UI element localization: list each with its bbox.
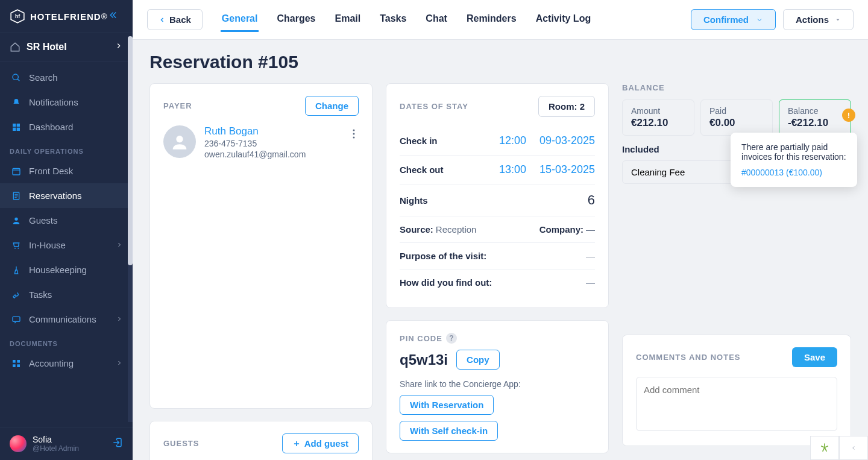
nav-notifications[interactable]: Notifications [0,90,133,115]
logo-row: hf HOTELFRIEND® [0,0,133,33]
sidebar-scrollbar[interactable] [128,36,133,265]
svg-rect-12 [13,317,20,321]
nav-in-house[interactable]: In-House [0,233,133,257]
tab-chat[interactable]: Chat [424,7,448,32]
svg-point-18 [353,130,355,131]
bell-icon [10,98,23,107]
save-comment-button[interactable]: Save [792,347,837,367]
svg-point-17 [176,136,183,142]
tab-charges[interactable]: Charges [275,7,316,32]
wrench-icon [10,290,23,300]
user-role: @Hotel Admin [33,444,79,453]
widget-collapse[interactable] [839,436,868,460]
with-self-checkin-button[interactable]: With Self check-in [400,421,498,441]
svg-point-20 [353,137,355,139]
calendar-icon [10,166,23,176]
svg-point-19 [353,133,355,135]
hotel-selector[interactable]: SR Hotel [0,33,133,61]
nav-tasks[interactable]: Tasks [0,282,133,307]
svg-rect-13 [13,360,16,363]
comments-label: COMMENTS AND NOTES [636,353,741,362]
add-guest-button[interactable]: Add guest [282,433,359,453]
with-reservation-button[interactable]: With Reservation [400,395,494,415]
nav-guests[interactable]: Guests [0,208,133,233]
svg-point-10 [14,247,16,248]
chevron-right-icon [116,240,123,250]
findout-row: How did you find out: — [400,269,595,295]
checkout-row: Check out 13:00 15-03-2025 [400,156,595,184]
nav-section-top: Search Notifications Dashboard DAILY OPE… [0,61,133,379]
tabs: General Charges Email Tasks Chat Reminde… [221,7,592,32]
logo-icon: hf [10,8,25,24]
nav-search[interactable]: Search [0,65,133,90]
chevron-right-icon [116,314,123,324]
comment-textarea[interactable] [636,377,837,431]
guests-label: GUESTS [163,439,199,448]
status-dropdown[interactable]: Confirmed [691,9,776,30]
svg-text:hf: hf [15,13,20,19]
guests-card: GUESTS Add guest [149,421,373,460]
copy-pin-button[interactable]: Copy [456,350,500,370]
tab-activity-log[interactable]: Activity Log [535,7,593,32]
warning-icon[interactable]: ! [842,109,855,122]
dates-card: DATES OF STAY Room: 2 Check in 12:00 09-… [386,83,609,308]
pin-help-icon[interactable]: ? [446,333,457,344]
bottom-widgets [810,436,868,460]
source-row: Source:Reception Company:— [400,216,595,243]
cart-icon [10,241,23,250]
nav-accounting[interactable]: Accounting [0,351,133,376]
dashboard-icon [10,122,23,132]
signout-icon[interactable] [112,437,123,450]
widget-1[interactable] [810,436,839,460]
checkin-date[interactable]: 09-03-2025 [539,134,595,147]
payer-email: owen.zulauf41@gmail.com [204,150,306,159]
change-payer-button[interactable]: Change [305,96,359,116]
invoice-tooltip: There are partially paid invoices for th… [731,133,857,187]
back-button[interactable]: Back [147,9,203,30]
checkout-date[interactable]: 15-03-2025 [539,163,595,176]
chevron-right-icon [116,358,123,368]
user-icon [10,216,23,225]
comments-card: COMMENTS AND NOTES Save [622,335,851,446]
balance-box: Balance -€212.10 ! [779,99,851,136]
tab-tasks[interactable]: Tasks [379,7,407,32]
room-selector[interactable]: Room: 2 [538,96,595,117]
checkout-time[interactable]: 13:00 [499,163,526,176]
svg-point-9 [14,217,17,220]
accounting-icon [10,359,23,368]
user-row[interactable]: Sofia @Hotel Admin [0,427,133,460]
svg-rect-3 [13,124,16,127]
tab-general[interactable]: General [221,7,259,32]
svg-rect-6 [17,127,20,130]
payer-name-link[interactable]: Ruth Bogan [204,125,306,137]
plus-icon [292,440,301,448]
payer-phone: 236-475-7135 [204,139,306,148]
nav-dashboard[interactable]: Dashboard [0,115,133,139]
share-text: Share link to the Concierge App: [400,379,595,389]
nav-communications[interactable]: Communications [0,307,133,332]
main: Back General Charges Email Tasks Chat Re… [133,0,868,460]
page-title: Reservation #105 [149,52,851,72]
svg-rect-4 [17,124,20,127]
payer-menu-icon[interactable] [349,125,359,145]
nav-housekeeping[interactable]: Housekeeping [0,257,133,282]
invoice-link[interactable]: #00000013 (€100.00) [741,168,846,177]
pin-label: PIN CODE [400,334,442,343]
sidebar-collapse-icon[interactable] [107,10,123,23]
user-name: Sofia [33,435,79,444]
pin-code-value: q5w13i [400,351,448,368]
top-actions: Confirmed Actions [691,9,854,30]
balance-card: BALANCE Amount €212.10 Paid €0.00 Balanc… [622,83,851,184]
tab-reminders[interactable]: Reminders [465,7,518,32]
tab-email[interactable]: Email [333,7,362,32]
checkin-time[interactable]: 12:00 [499,134,526,147]
nights-row: Nights 6 [400,184,595,216]
caret-down-icon [835,17,841,23]
topbar: Back General Charges Email Tasks Chat Re… [133,0,868,40]
nav-reservations[interactable]: Reservations [0,183,133,208]
search-icon [10,73,23,83]
purpose-row: Purpose of the visit: — [400,243,595,269]
actions-dropdown[interactable]: Actions [783,9,854,30]
svg-rect-14 [17,360,20,363]
nav-front-desk[interactable]: Front Desk [0,159,133,183]
